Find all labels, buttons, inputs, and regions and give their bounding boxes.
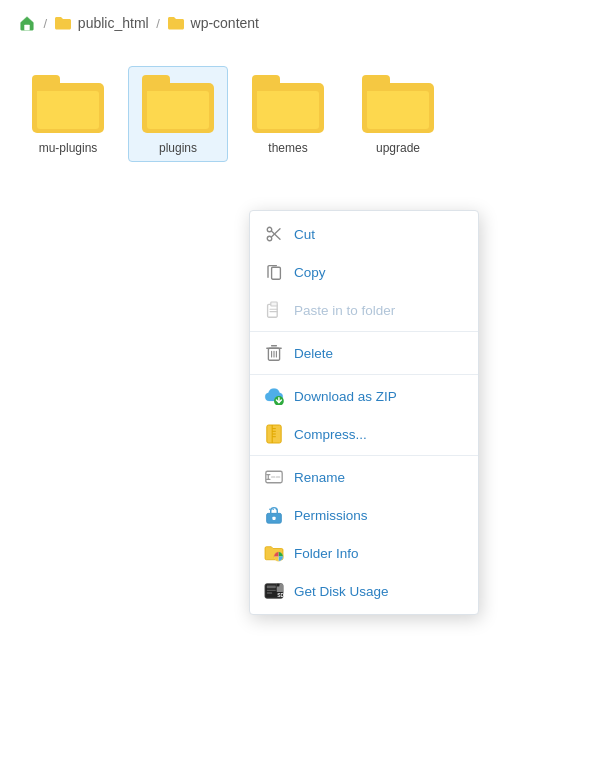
menu-item-compress[interactable]: Compress...	[250, 415, 478, 453]
menu-item-rename[interactable]: Rename	[250, 458, 478, 496]
svg-rect-37	[267, 586, 276, 589]
file-item-upgrade[interactable]: upgrade	[348, 66, 448, 162]
svg-rect-39	[267, 592, 272, 593]
menu-divider-3	[250, 455, 478, 456]
menu-label-cut: Cut	[294, 227, 315, 242]
svg-rect-38	[267, 590, 276, 591]
menu-label-copy: Copy	[294, 265, 326, 280]
folder-icon-themes	[252, 75, 324, 133]
disk-usage-icon: SD	[264, 581, 284, 601]
svg-point-34	[276, 508, 278, 510]
menu-item-disk-usage[interactable]: SD Get Disk Usage	[250, 572, 478, 610]
rename-icon	[264, 467, 284, 487]
compress-icon	[264, 424, 284, 444]
menu-item-folder-info[interactable]: Folder Info	[250, 534, 478, 572]
breadcrumb: / public_html / wp-content	[0, 0, 599, 46]
file-grid: mu-plugins plugins themes upgrade	[0, 46, 599, 172]
breadcrumb-folder2-label[interactable]: wp-content	[191, 15, 259, 31]
menu-item-delete[interactable]: Delete	[250, 334, 478, 372]
breadcrumb-sep-2: /	[153, 16, 164, 31]
permissions-icon	[264, 505, 284, 525]
menu-label-disk-usage: Get Disk Usage	[294, 584, 389, 599]
menu-label-folder-info: Folder Info	[294, 546, 359, 561]
breadcrumb-sep-1: /	[40, 16, 51, 31]
menu-label-paste: Paste in to folder	[294, 303, 395, 318]
menu-divider-1	[250, 331, 478, 332]
folder-info-icon	[264, 543, 284, 563]
svg-point-33	[272, 508, 274, 510]
svg-rect-31	[272, 517, 275, 520]
menu-label-delete: Delete	[294, 346, 333, 361]
home-icon[interactable]	[18, 14, 36, 32]
svg-rect-7	[271, 302, 277, 306]
menu-label-rename: Rename	[294, 470, 345, 485]
file-label-themes: themes	[268, 141, 307, 155]
folder-icon-mu-plugins	[32, 75, 104, 133]
copy-icon	[264, 262, 284, 282]
menu-item-cut[interactable]: Cut	[250, 215, 478, 253]
trash-icon	[264, 343, 284, 363]
breadcrumb-folder1-label[interactable]: public_html	[78, 15, 149, 31]
context-menu: Cut Copy Paste in to folder	[249, 210, 479, 615]
menu-item-copy[interactable]: Copy	[250, 253, 478, 291]
folder-icon-plugins	[142, 75, 214, 133]
svg-text:SD: SD	[277, 593, 284, 598]
file-label-mu-plugins: mu-plugins	[39, 141, 98, 155]
menu-item-permissions[interactable]: Permissions	[250, 496, 478, 534]
menu-item-download-zip[interactable]: Download as ZIP	[250, 377, 478, 415]
svg-rect-5	[272, 267, 281, 279]
svg-rect-41	[277, 584, 280, 587]
file-item-mu-plugins[interactable]: mu-plugins	[18, 66, 118, 162]
file-item-plugins[interactable]: plugins	[128, 66, 228, 162]
menu-label-compress: Compress...	[294, 427, 367, 442]
menu-label-permissions: Permissions	[294, 508, 368, 523]
svg-point-32	[269, 508, 271, 510]
menu-item-paste: Paste in to folder	[250, 291, 478, 329]
file-label-upgrade: upgrade	[376, 141, 420, 155]
file-label-plugins: plugins	[159, 141, 197, 155]
cloud-download-icon	[264, 386, 284, 406]
paste-icon	[264, 300, 284, 320]
folder-icon-upgrade	[362, 75, 434, 133]
scissors-icon	[264, 224, 284, 244]
menu-label-download-zip: Download as ZIP	[294, 389, 397, 404]
breadcrumb-folder2-icon	[168, 16, 184, 30]
menu-divider-2	[250, 374, 478, 375]
svg-rect-0	[24, 25, 29, 30]
breadcrumb-folder1-icon	[55, 16, 71, 30]
file-item-themes[interactable]: themes	[238, 66, 338, 162]
